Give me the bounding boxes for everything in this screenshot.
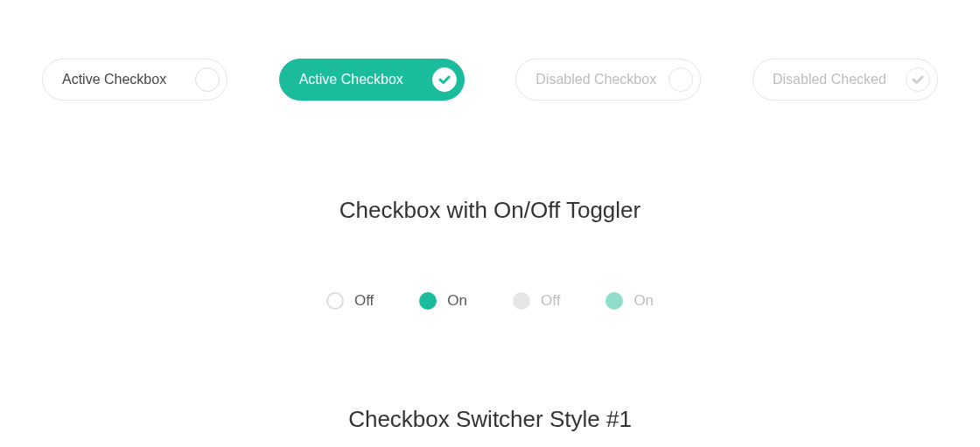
toggler-label: On bbox=[634, 292, 654, 310]
disabled-checkbox-unchecked: Disabled Checkbox bbox=[515, 59, 701, 101]
checkbox-check-icon bbox=[906, 67, 930, 92]
checkbox-label: Disabled Checked bbox=[773, 72, 886, 87]
toggler-label: Off bbox=[354, 292, 374, 310]
toggler-label: On bbox=[447, 292, 467, 310]
checkbox-label: Active Checkbox bbox=[62, 72, 166, 87]
checkbox-label: Disabled Checkbox bbox=[536, 72, 656, 87]
toggler-disabled-off: Off bbox=[513, 292, 560, 310]
toggler-off[interactable]: Off bbox=[326, 292, 374, 310]
active-checkbox-checked[interactable]: Active Checkbox bbox=[279, 59, 465, 101]
disabled-checkbox-checked: Disabled Checked bbox=[752, 59, 938, 101]
toggler-on[interactable]: On bbox=[419, 292, 467, 310]
heading-toggler: Checkbox with On/Off Toggler bbox=[0, 197, 980, 224]
checkbox-indicator-icon bbox=[668, 67, 693, 92]
heading-switcher: Checkbox Switcher Style #1 bbox=[0, 406, 980, 433]
radio-dot-icon bbox=[419, 292, 437, 310]
toggler-disabled-on: On bbox=[606, 292, 654, 310]
toggler-row: Off On Off On bbox=[0, 292, 980, 310]
radio-dot-icon bbox=[513, 292, 530, 310]
checkbox-check-icon bbox=[432, 67, 457, 92]
radio-dot-icon bbox=[326, 292, 344, 310]
checkbox-label: Active Checkbox bbox=[299, 72, 403, 87]
toggler-label: Off bbox=[541, 292, 560, 310]
checkbox-pill-row: Active Checkbox Active Checkbox Disabled… bbox=[0, 0, 980, 101]
active-checkbox-unchecked[interactable]: Active Checkbox bbox=[42, 59, 228, 101]
radio-dot-icon bbox=[606, 292, 623, 310]
checkbox-indicator-icon bbox=[195, 67, 220, 92]
